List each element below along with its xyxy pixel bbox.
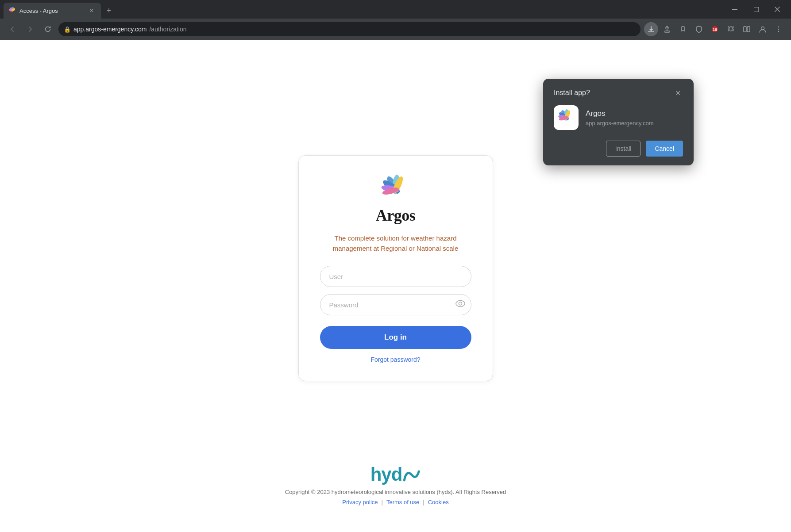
password-wrapper (320, 294, 471, 315)
argos-logo (378, 173, 413, 204)
shield-icon[interactable] (692, 22, 706, 36)
page-footer: hyd Copyright © 2023 hydrometeorological… (285, 464, 506, 505)
svg-rect-4 (732, 9, 737, 10)
maximize-button[interactable] (746, 0, 766, 19)
puzzle-icon[interactable] (724, 22, 738, 36)
hyds-swirl-icon (402, 467, 421, 485)
tab-bar: Access - Argos ✕ + (0, 0, 791, 19)
svg-rect-5 (754, 7, 759, 12)
footer-links: Privacy police | Terms of use | Cookies (342, 499, 448, 505)
cookies-link[interactable]: Cookies (428, 499, 449, 505)
forward-button[interactable] (23, 22, 37, 36)
login-button[interactable]: Log in (320, 326, 471, 349)
url-path: /authorization (149, 26, 186, 33)
terms-link[interactable]: Terms of use (386, 499, 419, 505)
install-popup: Install app? ✕ Ar (543, 79, 694, 165)
lock-icon: 🔒 (64, 26, 71, 33)
hyds-logo: hyd (370, 464, 421, 485)
popup-close-button[interactable]: ✕ (672, 88, 683, 98)
tab-close-button[interactable]: ✕ (88, 7, 96, 15)
user-input[interactable] (320, 266, 471, 287)
split-screen-icon[interactable] (740, 22, 754, 36)
minimize-button[interactable] (725, 0, 745, 19)
refresh-button[interactable] (41, 22, 55, 36)
footer-sep-1: | (382, 499, 383, 505)
active-tab[interactable]: Access - Argos ✕ (4, 3, 101, 19)
app-icon (554, 105, 579, 130)
svg-point-23 (459, 302, 462, 305)
footer-sep-2: | (423, 499, 424, 505)
popup-header: Install app? ✕ (554, 88, 683, 98)
svg-text:16: 16 (713, 27, 717, 32)
svg-point-15 (778, 31, 779, 32)
tagline: The complete solution for weather hazard… (333, 233, 459, 253)
svg-point-14 (778, 29, 779, 30)
bookmark-icon[interactable] (676, 22, 690, 36)
logo-area: Argos (376, 173, 416, 225)
tab-favicon (9, 7, 16, 14)
extensions-badge-icon[interactable]: 16 (708, 22, 722, 36)
password-toggle-icon[interactable] (455, 300, 465, 310)
privacy-link[interactable]: Privacy police (342, 499, 378, 505)
menu-icon[interactable] (772, 22, 786, 36)
password-input[interactable] (320, 294, 471, 315)
address-bar-row: 🔒 app.argos-emergency.com/authorization … (0, 19, 791, 40)
argos-app-icon (556, 108, 576, 127)
svg-point-22 (456, 301, 465, 307)
cancel-button[interactable]: Cancel (646, 141, 683, 157)
install-button[interactable]: Install (606, 141, 641, 157)
window-controls (725, 0, 787, 19)
forgot-password-link[interactable]: Forgot password? (370, 356, 420, 363)
popup-app-url: app.argos-emergency.com (586, 120, 654, 126)
copyright-text: Copyright © 2023 hydrometeorological inn… (285, 489, 506, 495)
url-domain: app.argos-emergency.com (73, 26, 147, 33)
popup-app-details: Argos app.argos-emergency.com (586, 109, 654, 126)
browser-frame: Access - Argos ✕ + 🔒 (0, 0, 791, 532)
svg-point-13 (778, 27, 779, 27)
new-tab-button[interactable]: + (103, 4, 115, 17)
app-title: Argos (376, 206, 416, 225)
page-content: Argos The complete solution for weather … (0, 40, 791, 532)
tab-title: Access - Argos (19, 8, 84, 14)
share-icon[interactable] (660, 22, 674, 36)
login-card: Argos The complete solution for weather … (298, 155, 493, 381)
close-window-button[interactable] (767, 0, 787, 19)
svg-rect-11 (747, 27, 750, 32)
toolbar-icons: 16 (644, 22, 786, 36)
address-bar[interactable]: 🔒 app.argos-emergency.com/authorization (58, 22, 641, 36)
popup-app-name: Argos (586, 109, 654, 118)
popup-title: Install app? (554, 89, 590, 97)
popup-actions: Install Cancel (554, 141, 683, 157)
svg-rect-10 (744, 27, 746, 32)
popup-app-info: Argos app.argos-emergency.com (554, 105, 683, 130)
back-button[interactable] (5, 22, 19, 36)
profile-icon[interactable] (756, 22, 770, 36)
download-icon[interactable] (644, 22, 658, 36)
